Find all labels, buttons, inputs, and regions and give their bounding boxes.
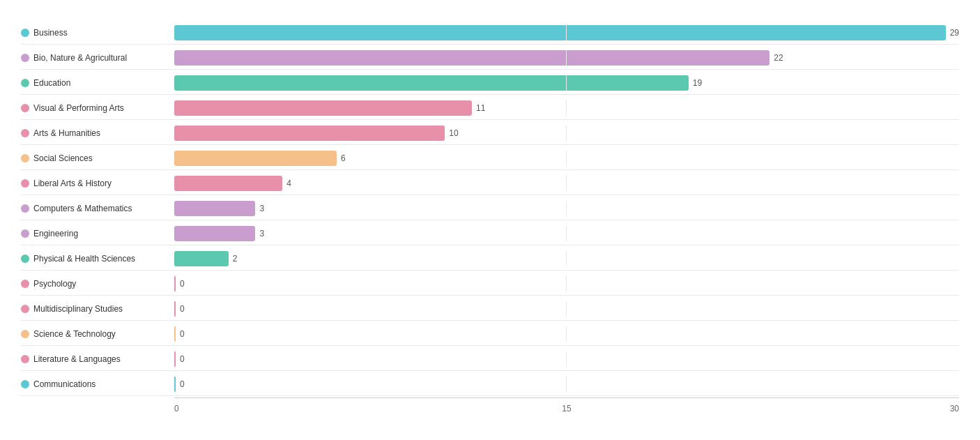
x-axis-tick: 0 [174,404,179,414]
bar-label: Physical & Health Sciences [21,254,174,264]
bar-color-dot [21,29,29,37]
bar-color-dot [21,229,29,238]
x-axis-tick: 15 [562,404,571,414]
bar-value-label: 6 [341,153,346,163]
bar-value-label: 10 [449,128,458,138]
bar-label-text: Communications [33,379,95,389]
bar-fill [174,351,176,367]
bar-value-label: 11 [476,103,485,113]
bar-color-dot [21,280,29,288]
bar-row: Business29 [21,21,959,45]
bars-container: Business29Bio, Nature & Agricultural22Ed… [21,21,959,396]
bar-track: 0 [174,351,959,367]
bar-label: Visual & Performing Arts [21,103,174,113]
bar-fill [174,301,176,317]
bar-label: Science & Technology [21,329,174,339]
bar-fill [174,326,176,342]
bar-row: Multidisciplinary Studies0 [21,297,959,321]
bar-label-text: Arts & Humanities [33,128,100,138]
bar-value-label: 0 [180,354,185,364]
bar-fill [174,377,176,392]
bar-row: Science & Technology0 [21,322,959,346]
bar-value-label: 0 [180,329,185,339]
bar-label: Social Sciences [21,153,174,163]
bar-label-text: Social Sciences [33,153,93,163]
bar-fill [174,276,176,291]
bar-color-dot [21,355,29,363]
bar-label-text: Visual & Performing Arts [33,103,124,113]
bar-track: 6 [174,151,959,166]
bar-row: Computers & Mathematics3 [21,197,959,220]
bar-color-dot [21,129,29,137]
bar-row: Liberal Arts & History4 [21,172,959,195]
bar-label-text: Physical & Health Sciences [33,254,135,264]
bar-label-text: Business [33,28,68,38]
bar-color-dot [21,380,29,388]
bar-track: 19 [174,75,959,91]
bar-track: 2 [174,251,959,266]
bar-fill [174,226,255,241]
bar-fill [174,251,229,266]
bar-fill [174,151,337,166]
bar-label-text: Education [33,78,70,88]
bar-row: Communications0 [21,372,959,396]
bar-color-dot [21,305,29,313]
bar-value-label: 3 [259,204,264,213]
bar-label-text: Literature & Languages [33,354,121,364]
bar-label: Business [21,28,174,38]
bar-row: Social Sciences6 [21,146,959,170]
bar-label: Liberal Arts & History [21,179,174,188]
bar-color-dot [21,154,29,162]
bar-label-text: Computers & Mathematics [33,204,132,213]
bar-row: Engineering3 [21,222,959,245]
bar-track: 22 [174,50,959,66]
bar-fill [174,176,282,191]
bar-label: Arts & Humanities [21,128,174,138]
bar-value-label: 22 [774,53,783,63]
bar-value-label: 19 [693,78,702,88]
bar-label: Bio, Nature & Agricultural [21,53,174,63]
bar-color-dot [21,104,29,112]
bar-track: 29 [174,25,959,40]
bar-fill [174,100,472,116]
bar-label-text: Science & Technology [33,329,116,339]
bar-value-label: 3 [259,229,264,238]
chart-area: Business29Bio, Nature & Agricultural22Ed… [21,21,959,414]
bar-row: Visual & Performing Arts11 [21,96,959,120]
bar-value-label: 29 [950,28,959,38]
bar-color-dot [21,255,29,263]
bar-track: 3 [174,201,959,216]
bar-track: 0 [174,326,959,342]
bar-fill [174,50,770,66]
bar-label: Engineering [21,229,174,238]
bar-row: Education19 [21,71,959,95]
bar-label-text: Bio, Nature & Agricultural [33,53,127,63]
bar-track: 4 [174,176,959,191]
bar-track: 10 [174,126,959,141]
bar-color-dot [21,204,29,213]
bar-fill [174,75,689,91]
x-axis-tick: 30 [950,404,959,414]
bar-row: Bio, Nature & Agricultural22 [21,46,959,70]
bar-label: Communications [21,379,174,389]
bar-fill [174,201,255,216]
bar-track: 0 [174,377,959,392]
x-axis: 01530 [174,397,959,414]
bar-label: Multidisciplinary Studies [21,304,174,314]
bar-label-text: Engineering [33,229,78,238]
bar-color-dot [21,179,29,188]
bar-label: Literature & Languages [21,354,174,364]
bar-track: 0 [174,276,959,291]
bar-row: Psychology0 [21,272,959,296]
bar-value-label: 2 [233,254,238,264]
bar-value-label: 0 [180,304,185,314]
bar-row: Literature & Languages0 [21,347,959,371]
bar-value-label: 0 [180,379,185,389]
bar-fill [174,126,445,141]
bar-fill [174,25,946,40]
bar-label-text: Psychology [33,279,76,289]
bar-track: 11 [174,100,959,116]
bar-label: Psychology [21,279,174,289]
bar-value-label: 4 [286,179,291,188]
bar-label-text: Multidisciplinary Studies [33,304,123,314]
